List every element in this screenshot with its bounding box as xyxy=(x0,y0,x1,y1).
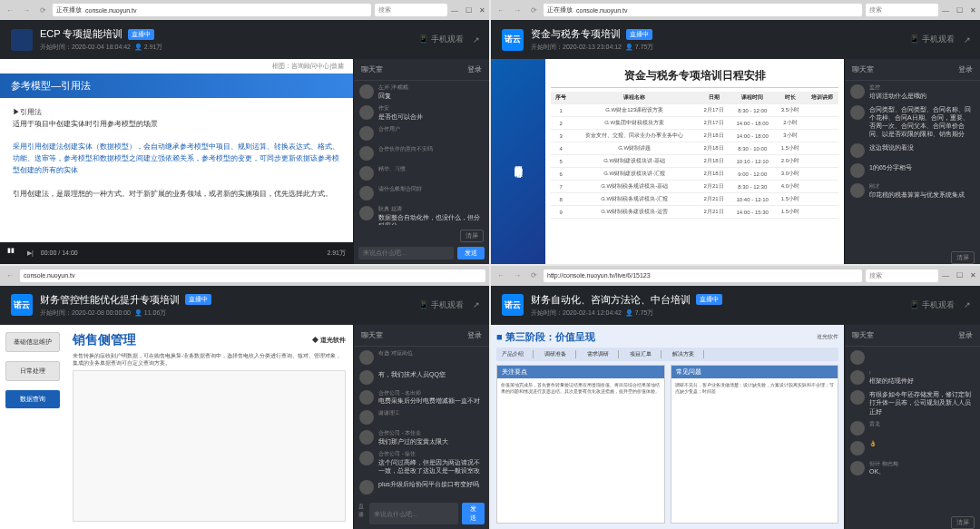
minimize-icon[interactable]: — xyxy=(451,6,458,15)
chat-tab[interactable]: 聊天室 xyxy=(852,330,874,340)
reload-icon[interactable]: ⟳ xyxy=(527,4,540,16)
faq-column: 常见问题 调研不充分，客户业务没做清楚；设计缺失验，方案设计脱离实际和不合理；节… xyxy=(671,365,839,524)
avatar xyxy=(359,451,374,465)
avatar xyxy=(359,186,374,201)
search-bar[interactable]: 搜索 xyxy=(866,4,938,16)
reload-icon[interactable]: ⟳ xyxy=(36,4,49,16)
reload-icon[interactable]: ⟳ xyxy=(527,269,540,282)
send-button[interactable]: 发送 xyxy=(457,247,485,260)
table-row: 2G.W集团中财税模块方案2月17日14:00 - 18:002小时 xyxy=(551,117,838,130)
url-bar[interactable]: 正在播放 console.nuoyun.tv xyxy=(544,4,862,16)
chat-message: 刚才印花税的税基算算与优发系统集成 xyxy=(850,183,975,199)
maximize-icon[interactable]: ☐ xyxy=(466,6,472,15)
table-row: 8G.W财制税务规讲模块-汇报2月21日10:40 - 12:101.5小时 xyxy=(551,193,838,206)
video-area: 框图：咨询顾问中心|曾墉 参考模型—引用法 ▶引用法 适用于项目中创建实体时引用… xyxy=(0,59,353,264)
next-icon[interactable]: ▶| xyxy=(27,250,34,257)
search-bar[interactable]: 搜索 xyxy=(375,4,447,16)
panel-automation: ← → ⟳ http://console.nuoyun.tv/live/6/15… xyxy=(491,266,980,530)
avatar xyxy=(359,430,374,445)
logo: 诺云 xyxy=(11,294,33,316)
maximize-icon[interactable]: ☐ xyxy=(956,271,963,279)
phone-view[interactable]: 📱 手机观看 xyxy=(909,34,955,45)
phone-view[interactable]: 📱 手机观看 xyxy=(418,34,464,45)
avatar xyxy=(850,390,865,405)
back-icon[interactable]: ← xyxy=(495,4,507,16)
share-icon[interactable]: ↗ xyxy=(964,300,971,309)
back-icon[interactable]: ← xyxy=(4,269,16,282)
chat-message: plus升级后给协同平台接口有变好吗 xyxy=(359,480,484,495)
close-icon[interactable]: ✕ xyxy=(479,6,485,15)
chat-tab[interactable]: 聊天室 xyxy=(361,330,383,340)
live-badge: 直播中 xyxy=(626,29,652,40)
avatar xyxy=(850,461,865,475)
clear-button[interactable]: 清屏 xyxy=(951,251,975,264)
login-link[interactable]: 登录 xyxy=(467,64,482,74)
avatar xyxy=(359,480,374,495)
url-bar[interactable]: console.nuoyun.tv xyxy=(20,269,485,282)
phone-view[interactable]: 📱 手机观看 xyxy=(418,299,464,311)
live-badge: 直播中 xyxy=(128,29,154,40)
tab-query[interactable]: 数据查询 xyxy=(5,390,60,408)
stream-header: 诺云 财务自动化、咨询方法论、中台培训直播中 开始时间：2020-02-14 1… xyxy=(491,286,980,325)
stream-header: ECP 专项提能培训直播中 开始时间：2020-02-04 18:04:42 👤… xyxy=(0,20,489,59)
logo xyxy=(11,29,33,51)
chat-message: 但计 柳志梅OK。 xyxy=(850,461,975,476)
chat-input[interactable] xyxy=(358,247,454,260)
clear-button[interactable]: 清屏 xyxy=(951,516,975,529)
chat-message: 合作公司 - 徐佳这个问过高峰，但是因为两边请况不一致，总是改了这边又是一般设室… xyxy=(359,451,484,475)
chat-message: 读什么帐期合同好 xyxy=(359,186,484,201)
minimize-icon[interactable]: — xyxy=(942,6,949,15)
chat-message: 合作公司 - 名出师电费采集后分时电费增减额一直不对 xyxy=(359,390,484,406)
forward-icon[interactable]: → xyxy=(511,4,524,16)
avatar xyxy=(850,350,865,365)
url-bar[interactable]: 正在播放 console.nuoyun.tv xyxy=(53,4,371,16)
chat-tab[interactable]: 聊天室 xyxy=(852,64,874,74)
chat-message: 合作伙伴的意向不安吗 xyxy=(359,146,484,161)
phase-nav: 产品介绍调研准备需求调研项目汇单解决方案 xyxy=(496,348,838,361)
clear-button[interactable]: 清屏 xyxy=(460,230,484,242)
share-icon[interactable]: ↗ xyxy=(473,35,480,44)
search-bar[interactable]: 搜索 xyxy=(866,269,938,282)
chat-message: 谢谢理工 xyxy=(359,410,484,425)
back-icon[interactable]: ← xyxy=(495,269,507,282)
share-icon[interactable]: ↗ xyxy=(473,300,480,309)
login-link[interactable]: 登录 xyxy=(467,330,482,340)
chat-message: 1的65分字相号 xyxy=(850,163,975,178)
logo: 诺云 xyxy=(502,29,524,51)
pause-icon[interactable]: ▮▮ xyxy=(7,247,20,260)
chat-input[interactable] xyxy=(369,503,458,524)
close-icon[interactable]: ✕ xyxy=(970,6,976,15)
screenshot-mock xyxy=(73,370,346,522)
forward-icon[interactable]: → xyxy=(20,4,33,16)
login-link[interactable]: 登录 xyxy=(958,64,973,74)
chat-message: 左岸·洋·糯糯回复 xyxy=(359,84,484,100)
stream-header: 诺云 财务管控性能优化提升专项培训直播中 开始时间：2020-02-08 00:… xyxy=(0,286,489,325)
chat-tab[interactable]: 聊天室 xyxy=(361,64,383,74)
chat-message: 👌 xyxy=(850,441,975,456)
back-icon[interactable]: ← xyxy=(4,4,16,16)
minimize-icon[interactable]: — xyxy=(942,271,949,279)
logo: 诺云 xyxy=(502,294,524,316)
chat-message: 有很多如今年还存储发用，修订定制打升体一员布，公司规划及新人人员正好 xyxy=(850,390,975,415)
chat-message: 这边我说的看没 xyxy=(850,143,975,158)
send-button[interactable]: 发送 xyxy=(462,503,485,524)
browser-chrome: ← → ⟳ 正在播放 console.nuoyun.tv 搜索 — ☐ ✕ xyxy=(0,0,489,20)
avatar xyxy=(359,410,374,425)
tab-daily[interactable]: 日常处理 xyxy=(5,361,60,381)
maximize-icon[interactable]: ☐ xyxy=(956,6,963,15)
video-area: ■ 第三阶段：价值呈现道光软件 产品介绍调研准备需求调研项目汇单解决方案 关注要… xyxy=(491,325,844,530)
phone-view[interactable]: 📱 手机观看 xyxy=(909,299,955,311)
chat-message xyxy=(850,350,975,365)
avatar xyxy=(359,126,374,141)
chat-message: 有，我们技术人员QQ您 xyxy=(359,370,484,385)
stream-header: 诺云 资金与税务专项培训直播中 开始时间：2020-02-13 23:04:12… xyxy=(491,20,980,59)
share-icon[interactable]: ↗ xyxy=(964,35,971,44)
chat-area: 聊天室登录 监控培训活动什么是哦的合同类型、合同类型、合同名称、回个花样、合同A… xyxy=(844,59,980,264)
slide-banner: 参考模型—引用法 xyxy=(0,73,353,98)
url-bar[interactable]: http://console.nuoyun.tv/live/6/15123 xyxy=(544,269,862,282)
avatar xyxy=(850,421,865,436)
login-link[interactable]: 登录 xyxy=(958,330,973,340)
close-icon[interactable]: ✕ xyxy=(970,271,976,279)
tab-basic[interactable]: 基础信息维护 xyxy=(5,332,60,352)
forward-icon[interactable]: → xyxy=(511,269,524,282)
